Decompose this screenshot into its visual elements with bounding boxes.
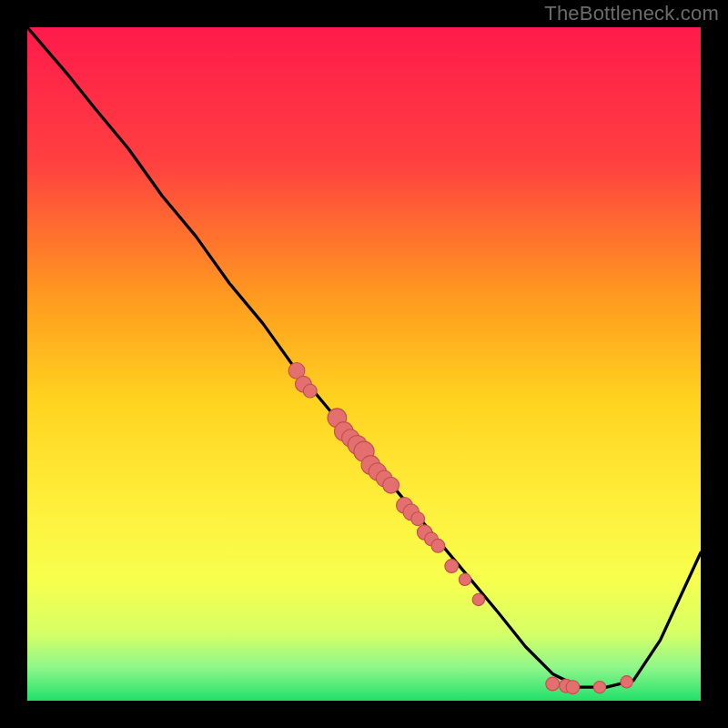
curve-marker <box>445 560 459 573</box>
curve-marker <box>546 677 560 691</box>
curve-marker <box>303 384 317 398</box>
curve-markers <box>288 363 632 694</box>
curve-marker <box>411 512 425 526</box>
curve-marker <box>383 477 399 493</box>
curve-marker <box>621 676 632 688</box>
bottleneck-curve <box>27 27 701 687</box>
curve-layer <box>27 27 701 701</box>
curve-marker <box>459 573 470 585</box>
chart-frame: TheBottleneck.com <box>0 0 728 728</box>
plot-area <box>27 27 701 701</box>
curve-marker <box>593 682 605 693</box>
watermark-text: TheBottleneck.com <box>544 2 719 25</box>
curve-marker <box>472 593 484 605</box>
curve-marker <box>566 681 580 694</box>
curve-marker <box>431 539 445 552</box>
